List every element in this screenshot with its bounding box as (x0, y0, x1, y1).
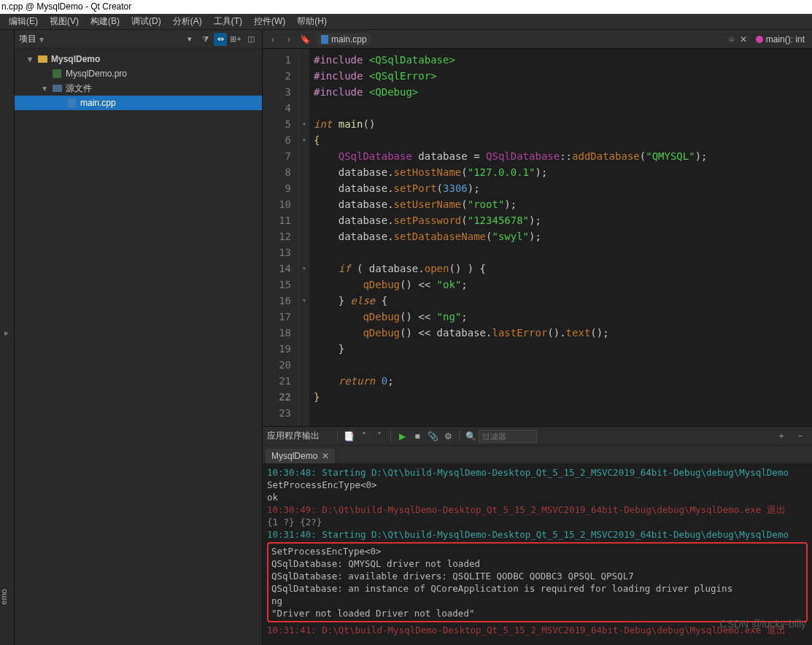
left-mode-strip[interactable]: ▸ emo (0, 30, 15, 645)
menu-tools[interactable]: 工具(T) (208, 14, 248, 29)
close-file-icon[interactable]: ✕ (737, 34, 750, 45)
search-icon[interactable]: 🔍 (463, 429, 478, 444)
output-content[interactable]: 10:30:48: Starting D:\Qt\build-MysqlDemo… (263, 463, 812, 645)
menu-widgets[interactable]: 控件(W) (248, 14, 291, 29)
strip-label: emo (0, 589, 8, 604)
menu-debug[interactable]: 调试(D) (125, 14, 167, 29)
expand-icon[interactable]: ▸ (4, 328, 9, 338)
split-icon[interactable]: ◫ (244, 33, 258, 46)
dropdown-icon[interactable]: ▾ (39, 34, 44, 45)
file-crumb[interactable]: main.cpp (317, 34, 371, 45)
project-panel: 项目 ▾ ▾ ⧩ ⇔ ⊞+ ◫ ▾MysqlDemo MysqlDemo.pro… (15, 30, 263, 645)
function-crumb[interactable]: main(): int (751, 34, 809, 45)
link-icon[interactable]: ⇔ (214, 33, 227, 46)
project-tree: ▾MysqlDemo MysqlDemo.pro ▾源文件 main.cpp (15, 49, 262, 113)
tree-pro-file[interactable]: MysqlDemo.pro (15, 66, 262, 81)
add-icon[interactable]: ⊞+ (229, 33, 242, 46)
filter-icon[interactable]: ▾ (183, 33, 196, 46)
settings-icon[interactable]: ⚙ (441, 429, 455, 444)
editor-toolbar: ‹ › 🔖 main.cpp ≑ ✕ main(): int (263, 30, 812, 49)
nav-back-icon[interactable]: ‹ (266, 32, 280, 47)
menu-build[interactable]: 构建(B) (85, 14, 125, 29)
bookmark-icon[interactable]: 🔖 (298, 32, 312, 47)
code-content[interactable]: #include <QSqlDatabase>#include <QSqlErr… (309, 49, 812, 426)
output-panel: 应用程序输出 📑 ˄ ˅ ▶ ■ 📎 ⚙ 🔍 ＋ － (263, 426, 812, 645)
menu-help[interactable]: 帮助(H) (291, 14, 333, 29)
crumb-dropdown-icon[interactable]: ≑ (728, 34, 735, 45)
menu-analyze[interactable]: 分析(A) (167, 14, 208, 29)
tree-sources-folder[interactable]: ▾源文件 (15, 81, 262, 96)
nav-fwd-icon[interactable]: › (282, 32, 296, 47)
close-tab-icon[interactable]: ✕ (322, 451, 329, 461)
watermark: CSDN @lucky-billy (720, 618, 806, 630)
project-panel-title: 项目 (19, 33, 36, 45)
file-crumb-label: main.cpp (331, 34, 367, 45)
function-crumb-label: main(): int (766, 34, 805, 45)
output-tab[interactable]: MysqlDemo ✕ (266, 449, 335, 463)
line-gutter: 1234567891011121314151617181920212223 (263, 49, 299, 426)
attach-icon[interactable]: 📎 (425, 429, 440, 444)
stop-icon[interactable]: ■ (410, 429, 425, 444)
function-icon (756, 36, 763, 43)
run-icon[interactable]: ▶ (395, 429, 409, 444)
output-up-icon[interactable]: ˄ (357, 429, 371, 444)
output-minimize-icon[interactable]: － (793, 429, 808, 444)
editor-container: ‹ › 🔖 main.cpp ≑ ✕ main(): int 123456789… (263, 30, 812, 645)
output-tab-label: MysqlDemo (271, 451, 317, 461)
output-config-icon[interactable]: 📑 (341, 429, 356, 444)
window-title: n.cpp @ MysqlDemo - Qt Creator (0, 0, 812, 14)
code-editor[interactable]: 1234567891011121314151617181920212223 ▾▾… (263, 49, 812, 426)
output-add-icon[interactable]: ＋ (774, 429, 789, 444)
tree-project-root[interactable]: ▾MysqlDemo (15, 52, 262, 66)
funnel-icon[interactable]: ⧩ (198, 33, 212, 46)
menu-edit[interactable]: 编辑(E) (3, 14, 44, 29)
cpp-icon (321, 35, 328, 44)
output-down-icon[interactable]: ˅ (372, 429, 387, 444)
menu-view[interactable]: 视图(V) (44, 14, 85, 29)
menu-bar: 编辑(E) 视图(V) 构建(B) 调试(D) 分析(A) 工具(T) 控件(W… (0, 14, 812, 30)
fold-column[interactable]: ▾▾▾▾ (299, 49, 309, 426)
output-panel-title: 应用程序输出 (267, 430, 334, 442)
output-filter-input[interactable] (479, 430, 537, 443)
tree-main-cpp[interactable]: main.cpp (15, 96, 262, 110)
